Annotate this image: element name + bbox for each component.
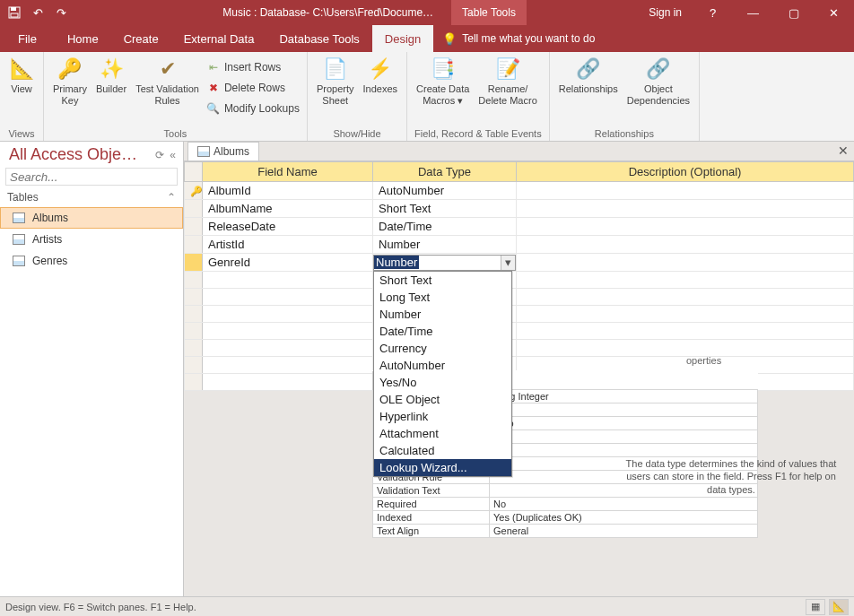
dropdown-option[interactable]: Currency [374,340,511,357]
chevron-down-icon[interactable]: ▾ [501,256,515,270]
tell-me-search[interactable]: 💡 Tell me what you want to do [442,32,595,46]
property-value[interactable]: General [490,525,758,538]
row-selector[interactable] [185,218,203,236]
description-cell[interactable] [517,182,854,200]
header-field-name[interactable]: Field Name [203,162,373,182]
header-description[interactable]: Description (Optional) [517,162,854,182]
dropdown-option[interactable]: Calculated [374,442,511,459]
design-view-icon[interactable]: 📐 [829,599,849,615]
nav-search-input[interactable] [5,168,178,186]
field-name-cell[interactable]: ReleaseDate [203,218,373,236]
save-icon[interactable] [7,5,22,20]
row-selector[interactable] [185,254,203,272]
dropdown-option[interactable]: Short Text [374,272,511,289]
dropdown-option[interactable]: OLE Object [374,391,511,408]
table-row-empty[interactable] [185,323,854,340]
nav-item-artists[interactable]: Artists [0,229,183,250]
data-type-cell[interactable]: Short Text [373,200,517,218]
dropdown-option[interactable]: Lookup Wizard... [374,459,511,476]
builder-button[interactable]: ✨ Builder [94,55,128,117]
nav-collapse-icon[interactable]: « [170,149,176,161]
data-type-dropdown[interactable]: Short TextLong TextNumberDate/TimeCurren… [373,271,512,477]
property-row[interactable]: Text AlignGeneral [373,525,758,538]
minimize-icon[interactable]: — [733,0,773,25]
field-name-cell[interactable]: ArtistId [203,236,373,254]
description-cell[interactable] [517,254,854,272]
property-row[interactable]: IndexedYes (Duplicates OK) [373,511,758,525]
field-name-cell[interactable]: AlbumId [203,182,373,200]
tab-create[interactable]: Create [111,25,171,52]
relationships-button[interactable]: 🔗 Relationships [557,55,620,108]
dropdown-option[interactable]: Attachment [374,425,511,442]
dropdown-option[interactable]: AutoNumber [374,357,511,374]
property-value[interactable] [490,430,758,444]
tab-external-data[interactable]: External Data [171,25,267,52]
delete-rows-button[interactable]: ✖Delete Rows [206,79,300,97]
redo-icon[interactable]: ↷ [54,5,68,20]
view-button[interactable]: 📐 View [7,55,36,97]
table-row-empty[interactable] [185,289,854,306]
description-cell[interactable] [517,218,854,236]
data-type-cell[interactable]: AutoNumber [373,182,517,200]
table-row[interactable]: GenreIdNumber▾Short TextLong TextNumberD… [185,254,854,272]
insert-rows-button[interactable]: ⇤Insert Rows [206,58,300,76]
sign-in-link[interactable]: Sign in [638,6,693,19]
close-window-icon[interactable]: ✕ [814,0,854,25]
data-type-cell[interactable]: Number [373,236,517,254]
property-value[interactable]: Yes (Duplicates OK) [490,511,758,525]
rename-delete-macro-button[interactable]: 📝 Rename/ Delete Macro [476,55,538,108]
description-cell[interactable] [517,200,854,218]
datasheet-view-icon[interactable]: ▦ [806,599,825,615]
dropdown-option[interactable]: Number [374,306,511,323]
modify-lookups-button[interactable]: 🔍Modify Lookups [206,100,300,117]
property-value[interactable]: No [490,498,758,511]
dropdown-option[interactable]: Hyperlink [374,408,511,425]
description-cell[interactable] [517,236,854,254]
table-design-grid[interactable]: Field Name Data Type Description (Option… [184,161,854,391]
table-row-empty[interactable] [185,306,854,323]
object-dependencies-button[interactable]: 🔗 Object Dependencies [625,55,692,108]
data-type-combobox[interactable]: Number▾ [373,255,516,271]
tab-database-tools[interactable]: Database Tools [266,25,371,52]
table-row[interactable]: AlbumNameShort Text [185,200,854,218]
row-selector[interactable] [185,200,203,218]
field-name-cell[interactable]: AlbumName [203,200,373,218]
tab-file[interactable]: File [0,25,55,52]
property-value[interactable]: Long Integer [490,390,758,403]
document-tab-albums[interactable]: Albums [187,142,259,161]
primary-key-button[interactable]: 🔑 Primary Key [51,55,89,117]
undo-icon[interactable]: ↶ [30,5,45,20]
restore-icon[interactable]: ▢ [773,0,814,25]
test-validation-button[interactable]: ✔ Test Validation Rules [134,55,201,117]
nav-item-albums[interactable]: Albums [0,207,183,229]
nav-title[interactable]: All Access Obje… [9,145,155,164]
property-value[interactable]: Auto [490,417,758,430]
property-row[interactable]: RequiredNo [373,498,758,511]
dropdown-option[interactable]: Yes/No [374,374,511,391]
row-selector[interactable] [185,236,203,254]
nav-group-tables[interactable]: Tables ⌃ [0,187,183,207]
table-row[interactable]: 🔑AlbumIdAutoNumber [185,182,854,200]
property-value[interactable] [490,403,758,417]
table-row-empty[interactable] [185,340,854,357]
row-selector[interactable]: 🔑 [185,182,203,200]
close-document-icon[interactable]: ✕ [838,143,849,158]
nav-refresh-icon[interactable]: ⟳ [155,149,164,161]
tab-design[interactable]: Design [372,25,433,52]
tab-home[interactable]: Home [55,25,111,52]
field-name-cell[interactable]: GenreId [203,254,373,272]
table-row-empty[interactable] [185,272,854,289]
dropdown-option[interactable]: Long Text [374,289,511,306]
data-type-cell[interactable]: Number▾Short TextLong TextNumberDate/Tim… [373,254,517,272]
table-row[interactable]: ReleaseDateDate/Time [185,218,854,236]
table-row[interactable]: ArtistIdNumber [185,236,854,254]
property-sheet-button[interactable]: 📄 Property Sheet [315,55,356,108]
data-type-cell[interactable]: Date/Time [373,218,517,236]
nav-item-genres[interactable]: Genres [0,250,183,272]
indexes-button[interactable]: ⚡ Indexes [362,55,400,108]
header-data-type[interactable]: Data Type [373,162,517,182]
dropdown-option[interactable]: Date/Time [374,323,511,340]
property-value[interactable] [490,444,758,457]
help-icon[interactable]: ? [693,0,733,25]
create-data-macros-button[interactable]: 📑 Create Data Macros ▾ [414,55,471,108]
